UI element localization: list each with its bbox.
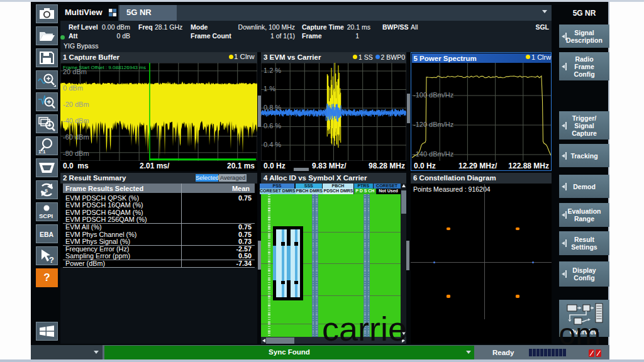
- svg-text:SCPI: SCPI: [39, 212, 53, 219]
- svg-text:s: s: [45, 187, 48, 194]
- svg-text:1:1: 1:1: [38, 149, 46, 155]
- svg-text:?: ?: [49, 255, 54, 265]
- svg-text:EBA: EBA: [40, 231, 54, 238]
